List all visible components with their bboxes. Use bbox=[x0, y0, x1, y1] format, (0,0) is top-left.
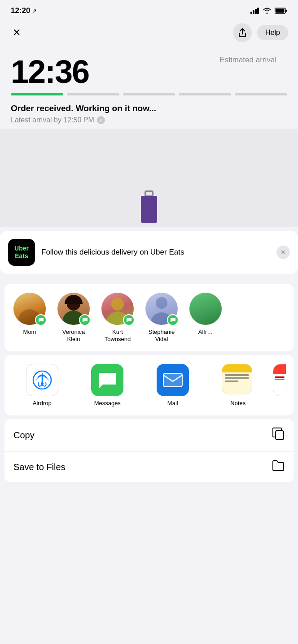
notes-icon-top bbox=[222, 364, 252, 372]
latest-arrival-text: Latest arrival by 12:50 PM i bbox=[11, 116, 287, 124]
action-rows: Copy Save to Files bbox=[4, 419, 294, 482]
svg-point-13 bbox=[41, 382, 44, 385]
airdrop-label: Airdrop bbox=[33, 400, 52, 406]
app-messages[interactable]: Messages bbox=[77, 364, 138, 406]
svg-rect-6 bbox=[286, 10, 287, 12]
contact-avatar-kurt bbox=[101, 293, 134, 325]
app-reminders[interactable] bbox=[273, 364, 286, 406]
contact-name-mom: Mom bbox=[23, 328, 36, 336]
contact-avatar-alfr bbox=[189, 293, 222, 325]
notes-icon-lines bbox=[222, 372, 252, 384]
mail-icon-svg bbox=[162, 372, 183, 388]
progress-segment-3 bbox=[123, 93, 175, 95]
kurt-message-badge bbox=[123, 314, 135, 326]
info-icon[interactable]: i bbox=[97, 116, 105, 124]
message-icon bbox=[126, 317, 132, 323]
progress-segment-1 bbox=[11, 93, 63, 95]
mail-icon-box bbox=[157, 364, 189, 396]
notes-line-2 bbox=[225, 377, 249, 379]
contact-name-alfr: Alfr… bbox=[198, 328, 213, 336]
arrival-label: Estimated arrival bbox=[219, 56, 276, 65]
banner-close-button[interactable]: ✕ bbox=[276, 246, 290, 259]
message-icon bbox=[170, 317, 176, 323]
arrival-time: 12:36 bbox=[11, 56, 89, 88]
svg-rect-3 bbox=[257, 8, 259, 14]
contact-name-kurt: Kurt Townsend bbox=[100, 328, 136, 342]
save-to-files-action[interactable]: Save to Files bbox=[4, 452, 294, 482]
contact-alfr[interactable]: Alfr… bbox=[188, 293, 224, 342]
contact-name-veronica: Veronica Klein bbox=[56, 328, 92, 342]
map-area bbox=[0, 129, 298, 227]
contact-avatar-veronica bbox=[57, 293, 90, 325]
mom-message-badge bbox=[35, 314, 47, 326]
app-notes[interactable]: Notes bbox=[208, 364, 269, 406]
notes-line-1 bbox=[225, 374, 249, 376]
close-button[interactable]: ✕ bbox=[10, 24, 23, 41]
message-icon bbox=[82, 317, 88, 323]
app-mail[interactable]: Mail bbox=[142, 364, 203, 406]
share-button[interactable] bbox=[233, 23, 252, 42]
svg-rect-16 bbox=[276, 431, 284, 440]
stephanie-message-badge bbox=[167, 314, 179, 326]
uber-eats-logo: Uber Eats bbox=[8, 239, 35, 266]
reminders-icon-box bbox=[273, 364, 286, 396]
top-nav: ✕ Help bbox=[0, 19, 298, 47]
notes-icon-box bbox=[222, 364, 254, 396]
status-icons bbox=[250, 8, 287, 14]
progress-segment-5 bbox=[235, 93, 287, 95]
uber-eats-logo-text: Uber Eats bbox=[14, 245, 29, 260]
svg-rect-0 bbox=[250, 12, 252, 14]
contact-stephanie[interactable]: Stephanie Vidal bbox=[144, 293, 180, 342]
top-right-buttons: Help bbox=[233, 23, 288, 42]
time-display: 12:20 bbox=[11, 6, 30, 15]
wifi-icon bbox=[263, 8, 271, 14]
save-to-files-icon bbox=[272, 460, 285, 474]
copy-label: Copy bbox=[13, 430, 35, 441]
avatar-circle-alfr bbox=[189, 293, 222, 325]
arrival-row: 12:36 Estimated arrival bbox=[11, 56, 287, 88]
messages-icon-box bbox=[91, 364, 123, 396]
share-banner: Uber Eats Follow this delicious delivery… bbox=[0, 231, 298, 274]
contacts-row: Mom Veronica Klein bbox=[4, 284, 294, 351]
contact-veronica[interactable]: Veronica Klein bbox=[56, 293, 92, 342]
help-button[interactable]: Help bbox=[257, 25, 288, 40]
bag-body bbox=[141, 196, 157, 223]
delivery-bag-icon bbox=[141, 196, 157, 223]
airdrop-icon-svg bbox=[32, 370, 52, 390]
contact-kurt[interactable]: Kurt Townsend bbox=[100, 293, 136, 342]
banner-text: Follow this delicious delivery on Uber E… bbox=[41, 248, 270, 257]
contact-name-stephanie: Stephanie Vidal bbox=[144, 328, 180, 342]
notes-icon-bg bbox=[222, 364, 252, 394]
message-icon bbox=[38, 317, 44, 323]
folder-icon-svg bbox=[272, 460, 285, 471]
save-to-files-label: Save to Files bbox=[13, 462, 66, 472]
main-content: 12:36 Estimated arrival Order received. … bbox=[0, 47, 298, 129]
notes-line-3 bbox=[225, 380, 238, 382]
airdrop-icon-box bbox=[26, 364, 58, 396]
share-sheet: Mom Veronica Klein bbox=[0, 278, 298, 482]
progress-bar bbox=[11, 93, 287, 95]
svg-rect-14 bbox=[163, 373, 182, 387]
status-bar: 12:20 ↗ bbox=[0, 0, 298, 19]
signal-icon bbox=[250, 8, 259, 14]
svg-rect-2 bbox=[255, 9, 257, 14]
progress-segment-4 bbox=[179, 93, 231, 95]
location-icon: ↗ bbox=[32, 8, 37, 14]
apps-row: Airdrop Messages Mail bbox=[4, 355, 294, 415]
notes-label: Notes bbox=[230, 400, 245, 406]
messages-icon-svg bbox=[97, 371, 117, 389]
veronica-message-badge bbox=[79, 314, 91, 326]
order-status-text: Order received. Working on it now... bbox=[11, 104, 287, 113]
copy-icon-svg bbox=[272, 427, 285, 441]
svg-rect-1 bbox=[253, 10, 254, 14]
status-time: 12:20 ↗ bbox=[11, 6, 37, 15]
contact-avatar-mom bbox=[13, 293, 46, 325]
contact-mom[interactable]: Mom bbox=[12, 293, 48, 342]
copy-action[interactable]: Copy bbox=[4, 419, 294, 452]
progress-segment-2 bbox=[67, 93, 119, 95]
battery-icon bbox=[275, 8, 287, 14]
copy-icon bbox=[272, 427, 285, 443]
app-airdrop[interactable]: Airdrop bbox=[12, 364, 73, 406]
mail-label: Mail bbox=[167, 400, 178, 406]
contact-avatar-stephanie bbox=[145, 293, 178, 325]
